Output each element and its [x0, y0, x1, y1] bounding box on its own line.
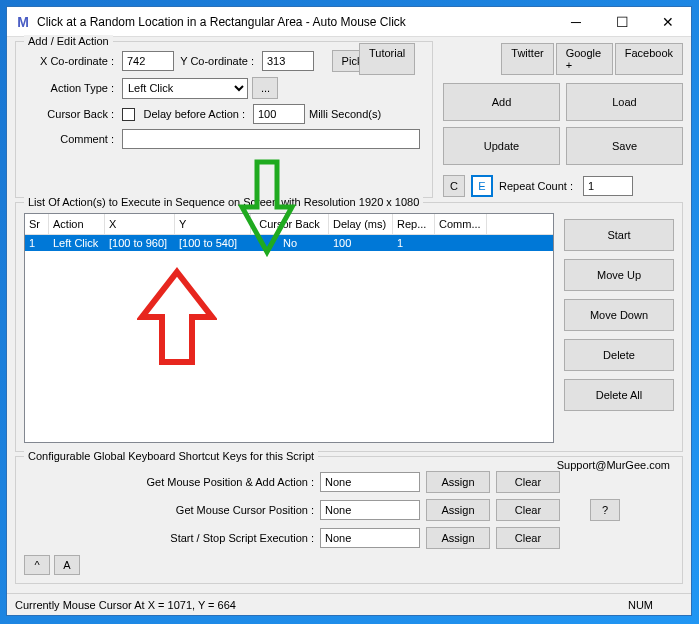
td-repeat: 1: [393, 235, 435, 251]
statusbar: Currently Mouse Cursor At X = 1071, Y = …: [7, 593, 691, 615]
clear3-button[interactable]: Clear: [496, 527, 560, 549]
app-window: M Click at a Random Location in a Rectan…: [6, 6, 692, 616]
delete-all-button[interactable]: Delete All: [564, 379, 674, 411]
repeat-count-input[interactable]: [583, 176, 633, 196]
th-action[interactable]: Action: [49, 214, 105, 234]
help-button[interactable]: ?: [590, 499, 620, 521]
comment-label: Comment :: [24, 133, 118, 145]
td-sr: 1: [25, 235, 49, 251]
delay-input[interactable]: [253, 104, 305, 124]
c-button[interactable]: C: [443, 175, 465, 197]
cursor-back-label: Cursor Back :: [24, 108, 118, 120]
status-text: Currently Mouse Cursor At X = 1071, Y = …: [15, 599, 236, 611]
caret-button[interactable]: ^: [24, 555, 50, 575]
th-delay[interactable]: Delay (ms): [329, 214, 393, 234]
td-action: Left Click: [49, 235, 105, 251]
assign2-button[interactable]: Assign: [426, 499, 490, 521]
save-button[interactable]: Save: [566, 127, 683, 165]
load-button[interactable]: Load: [566, 83, 683, 121]
th-x[interactable]: X: [105, 214, 175, 234]
minimize-button[interactable]: ─: [553, 7, 599, 37]
e-button[interactable]: E: [471, 175, 493, 197]
add-edit-legend: Add / Edit Action: [24, 35, 113, 47]
shortcut2-input[interactable]: [320, 500, 420, 520]
delay-unit-label: Milli Second(s): [309, 108, 385, 120]
action-type-select[interactable]: Left Click: [122, 78, 248, 99]
assign1-button[interactable]: Assign: [426, 471, 490, 493]
add-button[interactable]: Add: [443, 83, 560, 121]
td-delay: 100: [329, 235, 393, 251]
x-coord-input[interactable]: [122, 51, 174, 71]
close-button[interactable]: ✕: [645, 7, 691, 37]
action-more-button[interactable]: ...: [252, 77, 278, 99]
app-logo-icon: M: [15, 14, 31, 30]
action-type-label: Action Type :: [24, 82, 118, 94]
maximize-button[interactable]: ☐: [599, 7, 645, 37]
twitter-button[interactable]: Twitter: [501, 43, 553, 75]
shortcut1-label: Get Mouse Position & Add Action :: [24, 476, 314, 488]
shortcut1-input[interactable]: [320, 472, 420, 492]
td-comment: [435, 235, 487, 251]
assign3-button[interactable]: Assign: [426, 527, 490, 549]
shortcut2-label: Get Mouse Cursor Position :: [24, 504, 314, 516]
status-num: NUM: [628, 599, 653, 611]
td-cursor-back: No: [251, 235, 329, 251]
th-sr[interactable]: Sr: [25, 214, 49, 234]
action-list-group: List Of Action(s) to Execute in Sequence…: [15, 202, 683, 452]
shortcuts-group: Configurable Global Keyboard Shortcut Ke…: [15, 456, 683, 584]
shortcuts-legend: Configurable Global Keyboard Shortcut Ke…: [24, 450, 318, 462]
a-button[interactable]: A: [54, 555, 80, 575]
comment-input[interactable]: [122, 129, 420, 149]
titlebar: M Click at a Random Location in a Rectan…: [7, 7, 691, 37]
action-list-legend: List Of Action(s) to Execute in Sequence…: [24, 196, 423, 208]
start-button[interactable]: Start: [564, 219, 674, 251]
update-button[interactable]: Update: [443, 127, 560, 165]
td-y: [100 to 540]: [175, 235, 251, 251]
move-up-button[interactable]: Move Up: [564, 259, 674, 291]
table-header: Sr Action X Y Cursor Back Delay (ms) Rep…: [25, 214, 553, 235]
repeat-count-label: Repeat Count :: [499, 180, 577, 192]
window-title: Click at a Random Location in a Rectangu…: [37, 15, 553, 29]
shortcut3-input[interactable]: [320, 528, 420, 548]
y-coord-label: Y Co-ordinate :: [178, 55, 258, 67]
tutorial-button[interactable]: Tutorial: [359, 43, 415, 75]
th-comment[interactable]: Comm...: [435, 214, 487, 234]
td-x: [100 to 960]: [105, 235, 175, 251]
shortcut3-label: Start / Stop Script Execution :: [24, 532, 314, 544]
th-y[interactable]: Y: [175, 214, 251, 234]
move-down-button[interactable]: Move Down: [564, 299, 674, 331]
google-plus-button[interactable]: Google +: [556, 43, 613, 75]
delay-label: Delay before Action :: [139, 108, 249, 120]
delete-button[interactable]: Delete: [564, 339, 674, 371]
th-repeat[interactable]: Rep...: [393, 214, 435, 234]
clear2-button[interactable]: Clear: [496, 499, 560, 521]
x-coord-label: X Co-ordinate :: [24, 55, 118, 67]
clear1-button[interactable]: Clear: [496, 471, 560, 493]
cursor-back-checkbox[interactable]: [122, 108, 135, 121]
table-row[interactable]: 1 Left Click [100 to 960] [100 to 540] N…: [25, 235, 553, 251]
action-table[interactable]: Sr Action X Y Cursor Back Delay (ms) Rep…: [24, 213, 554, 443]
th-cursor-back[interactable]: Cursor Back: [251, 214, 329, 234]
y-coord-input[interactable]: [262, 51, 314, 71]
facebook-button[interactable]: Facebook: [615, 43, 683, 75]
